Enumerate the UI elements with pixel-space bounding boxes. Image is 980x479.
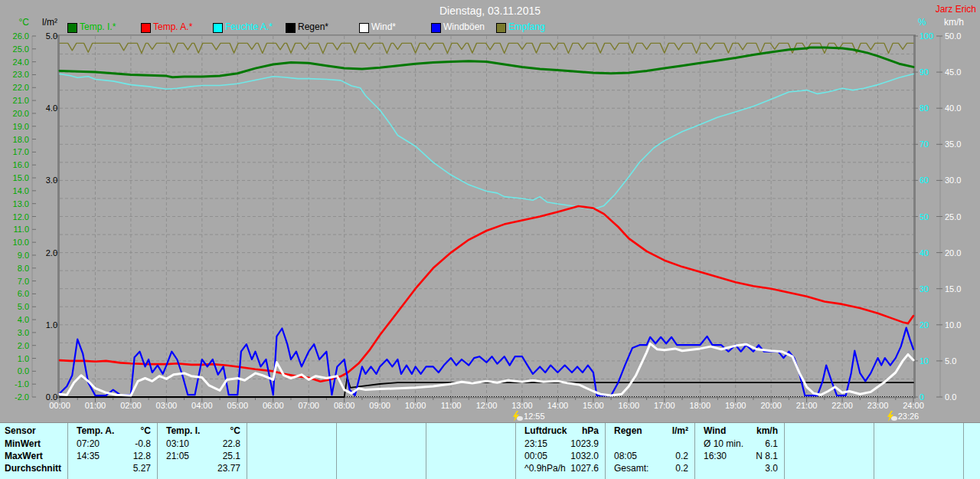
- temp-axis-tick-label: 23.0: [6, 71, 29, 79]
- wind-axis-tick-label: 15.0: [945, 285, 961, 294]
- table-cell-value: N 8.1: [756, 451, 778, 461]
- table-cell: 5.27: [70, 464, 151, 474]
- table-col-unit: l/m²: [672, 426, 688, 436]
- hour-axis-tick-label: 24:00: [897, 402, 930, 410]
- hour-axis-tick-label: 01:00: [78, 402, 112, 410]
- temp-axis-tick-label: 22.0: [6, 84, 29, 92]
- table-cell: 08:050.2: [608, 451, 688, 461]
- rain-axis-tick-label: 5.0: [34, 32, 57, 41]
- table-cell: ^0.9hPa/h1027.6: [518, 464, 599, 474]
- hour-axis-tick-label: 04:00: [185, 402, 219, 410]
- table-row-label: Sensor: [5, 426, 36, 436]
- table-cell: Ø 10 min.6.1: [697, 439, 778, 449]
- table-col-unit: hPa: [582, 426, 599, 436]
- temp-axis-tick-label: 19.0: [6, 123, 29, 131]
- table-cell: 00:051032.0: [518, 451, 599, 461]
- table-divider: [874, 423, 874, 479]
- pct-axis-tick-label: 90: [920, 68, 929, 77]
- hour-axis-tick-label: 17:00: [648, 402, 681, 410]
- table-col-header: Temp. A.°C: [70, 426, 151, 436]
- table-cell-time: [697, 464, 704, 474]
- temp-axis-tick-label: 1.0: [6, 355, 29, 363]
- temp-axis-tick-label: 24.0: [6, 58, 29, 67]
- temp-axis-tick-label: -1.0: [6, 380, 29, 389]
- hour-axis-tick-label: 22:00: [825, 402, 859, 410]
- summary-table: SensorMinWertMaxWertDurchschnittTemp. A.…: [0, 422, 980, 479]
- table-cell-value: 12.8: [133, 451, 151, 461]
- temp-axis-tick-label: 15.0: [6, 174, 29, 182]
- table-cell: Gesamt:0.2: [608, 464, 688, 474]
- table-cell-time: 08:05: [608, 451, 637, 461]
- temp-axis-tick-label: 17.0: [6, 148, 29, 156]
- wind-axis-tick-label: 25.0: [945, 213, 961, 221]
- table-divider: [67, 423, 68, 479]
- table-cell-time: 07:20: [70, 439, 100, 449]
- temp-axis-tick-label: 18.0: [6, 136, 29, 144]
- lightning-icon: [511, 411, 524, 422]
- hour-axis-tick-label: 09:00: [363, 402, 397, 410]
- pct-axis-tick-label: 50: [920, 213, 929, 221]
- temp-axis-tick-label: 25.0: [6, 45, 29, 54]
- rain-axis-tick-label: 4.0: [34, 104, 57, 113]
- temp-axis-tick-label: 12.0: [6, 213, 29, 221]
- event-marker-12-55: 12:55: [511, 411, 545, 422]
- pct-axis-tick-label: 80: [920, 104, 929, 113]
- table-cell-value: 25.1: [223, 451, 240, 461]
- wind-axis-tick-label: 5.0: [945, 357, 956, 366]
- table-col-name: Temp. I.: [160, 426, 200, 436]
- wind-axis-tick-label: 0.0: [945, 393, 956, 402]
- hour-axis-tick-label: 00:00: [43, 402, 77, 410]
- hour-axis-tick-label: 02:00: [114, 402, 148, 410]
- table-divider: [963, 423, 964, 479]
- hour-axis-tick-label: 11:00: [434, 402, 468, 410]
- temp-axis-tick-label: 14.0: [6, 187, 29, 195]
- table-divider: [605, 423, 606, 479]
- hour-axis-tick-label: 03:00: [149, 402, 183, 410]
- wind-axis-tick-label: 40.0: [945, 104, 961, 113]
- table-divider: [157, 423, 158, 479]
- table-cell: 14:3512.8: [70, 451, 151, 461]
- hour-axis-tick-label: 15:00: [577, 402, 610, 410]
- table-row-label: MinWert: [5, 439, 41, 449]
- table-cell-time: 21:05: [160, 451, 189, 461]
- table-col-unit: °C: [141, 426, 151, 436]
- temp-axis-tick-label: 7.0: [6, 277, 29, 286]
- event-marker-time: 12:55: [524, 412, 545, 421]
- table-divider: [515, 423, 516, 479]
- table-cell-value: 1023.9: [570, 439, 599, 449]
- pct-axis-tick-label: 100: [920, 32, 933, 41]
- pct-axis-tick-label: 70: [920, 140, 929, 149]
- hour-axis-tick-label: 13:00: [505, 402, 539, 410]
- table-cell-time: [160, 464, 166, 474]
- table-cell-value: 1032.0: [570, 451, 599, 461]
- table-cell-value: 23.77: [217, 464, 240, 474]
- hour-axis-tick-label: 07:00: [292, 402, 325, 410]
- table-cell-value: 22.8: [223, 439, 240, 449]
- temp-axis-tick-label: 11.0: [6, 225, 29, 234]
- rain-axis-tick-label: 1.0: [34, 321, 57, 330]
- temp-axis-tick-label: 20.0: [6, 110, 29, 118]
- wind-axis-tick-label: 35.0: [945, 140, 961, 149]
- table-cell: 23:151023.9: [518, 439, 599, 449]
- series-temp-i-: [60, 48, 913, 77]
- hour-axis-tick-label: 05:00: [220, 402, 254, 410]
- table-cell-time: 23:15: [518, 439, 547, 449]
- temp-axis-tick-label: -2.0: [6, 393, 29, 402]
- table-cell: 23.77: [160, 464, 240, 474]
- temp-axis-tick-label: 13.0: [6, 200, 29, 208]
- wind-axis-tick-label: 10.0: [945, 321, 961, 330]
- table-divider: [426, 423, 426, 479]
- hour-axis-tick-label: 16:00: [612, 402, 645, 410]
- plot-border-top: [57, 34, 916, 36]
- table-cell: 03:1022.8: [160, 439, 240, 449]
- table-divider: [694, 423, 695, 479]
- table-cell-value: -0.8: [135, 439, 151, 449]
- table-col-header: Windkm/h: [697, 426, 778, 436]
- table-cell-time: 16:30: [697, 451, 727, 461]
- event-marker-time: 23:26: [898, 412, 920, 421]
- table-col-header: LuftdruckhPa: [518, 426, 599, 436]
- temp-axis-tick-label: 3.0: [6, 329, 29, 337]
- event-marker-23-26: 23:26: [886, 411, 920, 422]
- hour-axis-tick-label: 06:00: [256, 402, 290, 410]
- table-divider: [247, 423, 247, 479]
